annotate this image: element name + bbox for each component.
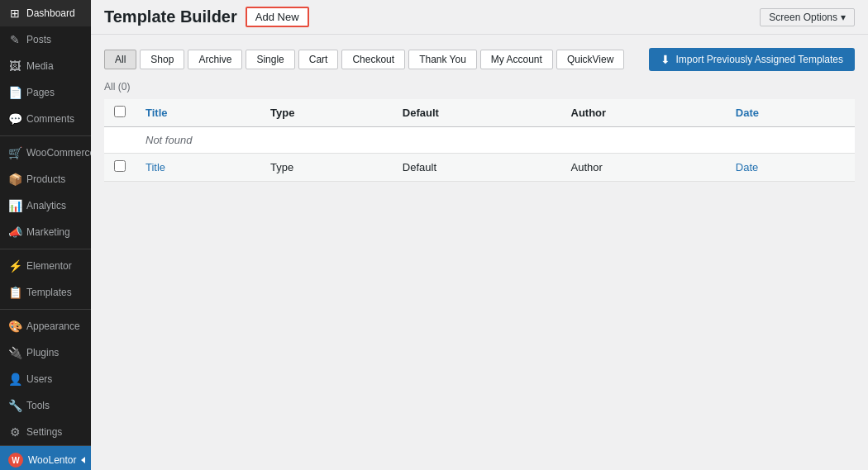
sidebar-item-users[interactable]: 👤 Users xyxy=(0,366,91,392)
filter-tab-all[interactable]: All xyxy=(104,50,136,69)
topbar-left: Template Builder Add New xyxy=(104,7,309,27)
filter-row: All Shop Archive Single Cart Checkout Th… xyxy=(104,48,855,71)
analytics-icon: 📊 xyxy=(8,199,21,212)
table-header-row: Title Type Default Author Date xyxy=(104,99,855,127)
header-default: Default xyxy=(393,99,561,127)
products-icon: 📦 xyxy=(8,173,21,186)
add-new-button[interactable]: Add New xyxy=(246,7,309,27)
header-checkbox-col xyxy=(104,99,136,127)
users-icon: 👤 xyxy=(8,373,21,386)
sidebar-item-products[interactable]: 📦 Products xyxy=(0,166,91,192)
elementor-icon: ⚡ xyxy=(8,259,21,273)
header-author: Author xyxy=(561,99,726,127)
template-table: Title Type Default Author Date Not found xyxy=(104,99,855,182)
footer-title[interactable]: Title xyxy=(136,154,260,182)
count-line: All (0) xyxy=(104,81,855,93)
divider-1 xyxy=(0,135,91,136)
table-footer-row: Title Type Default Author Date xyxy=(104,154,855,182)
filter-tab-cart[interactable]: Cart xyxy=(298,50,339,69)
footer-type: Type xyxy=(260,154,393,182)
filter-tab-checkout[interactable]: Checkout xyxy=(341,50,405,69)
sidebar-item-analytics[interactable]: 📊 Analytics xyxy=(0,192,91,219)
filter-tabs: All Shop Archive Single Cart Checkout Th… xyxy=(104,50,624,69)
filter-tab-archive[interactable]: Archive xyxy=(188,50,242,69)
woolentor-label: WooLentor xyxy=(28,454,76,466)
pages-icon: 📄 xyxy=(8,86,21,99)
settings-icon: ⚙ xyxy=(8,425,21,439)
sidebar-item-marketing[interactable]: 📣 Marketing xyxy=(0,219,91,245)
header-date[interactable]: Date xyxy=(726,99,855,127)
main-content: Template Builder Add New Screen Options … xyxy=(91,0,868,470)
page-title: Template Builder xyxy=(104,7,237,26)
sidebar-item-comments[interactable]: 💬 Comments xyxy=(0,106,91,132)
screen-options-label: Screen Options xyxy=(769,12,837,23)
filter-tab-shop[interactable]: Shop xyxy=(140,50,184,69)
header-title[interactable]: Title xyxy=(136,99,260,127)
count-value: 0 xyxy=(122,81,127,93)
sidebar-item-plugins[interactable]: 🔌 Plugins xyxy=(0,339,91,366)
media-icon: 🖼 xyxy=(8,59,21,73)
count-label: All xyxy=(104,81,115,93)
footer-select-all-checkbox[interactable] xyxy=(114,160,126,172)
filter-tab-single[interactable]: Single xyxy=(246,50,294,69)
import-icon: ⬇ xyxy=(661,53,670,66)
footer-date[interactable]: Date xyxy=(726,154,855,182)
woolentor-arrow-icon xyxy=(81,457,85,463)
filter-tab-thank-you[interactable]: Thank You xyxy=(408,50,477,69)
filter-tab-quickview[interactable]: QuickView xyxy=(556,50,624,69)
woolentor-logo: W xyxy=(8,453,23,468)
sidebar-item-media[interactable]: 🖼 Media xyxy=(0,53,91,79)
sidebar-item-appearance[interactable]: 🎨 Appearance xyxy=(0,313,91,339)
woolentor-header[interactable]: W WooLentor xyxy=(0,446,91,470)
select-all-checkbox[interactable] xyxy=(114,106,126,117)
tools-icon: 🔧 xyxy=(8,399,21,412)
header-type: Type xyxy=(260,99,393,127)
filter-tab-my-account[interactable]: My Account xyxy=(480,50,553,69)
footer-checkbox-col xyxy=(104,154,136,182)
footer-author: Author xyxy=(561,154,726,182)
sidebar-item-settings[interactable]: ⚙ Settings xyxy=(0,419,91,445)
sidebar-item-elementor[interactable]: ⚡ Elementor xyxy=(0,253,91,279)
table-row-not-found: Not found xyxy=(104,127,855,154)
sidebar-item-woocommerce[interactable]: 🛒 WooCommerce xyxy=(0,140,91,166)
marketing-icon: 📣 xyxy=(8,226,21,239)
screen-options-button[interactable]: Screen Options ▾ xyxy=(760,8,855,26)
plugins-icon: 🔌 xyxy=(8,346,21,359)
templates-icon: 📋 xyxy=(8,286,21,299)
sidebar-item-posts[interactable]: ✎ Posts xyxy=(0,26,91,53)
dashboard-icon: ⊞ xyxy=(8,7,21,20)
import-button[interactable]: ⬇ Import Previously Assigned Templates xyxy=(649,48,855,71)
divider-2 xyxy=(0,249,91,249)
appearance-icon: 🎨 xyxy=(8,320,21,333)
import-label: Import Previously Assigned Templates xyxy=(675,54,843,65)
sidebar: ⊞ Dashboard ✎ Posts 🖼 Media 📄 Pages 💬 Co… xyxy=(0,0,91,470)
footer-default: Default xyxy=(393,154,561,182)
comments-icon: 💬 xyxy=(8,112,21,126)
screen-options-arrow-icon: ▾ xyxy=(841,12,846,23)
sidebar-item-dashboard[interactable]: ⊞ Dashboard xyxy=(0,0,91,26)
posts-icon: ✎ xyxy=(8,33,21,46)
content-area: All Shop Archive Single Cart Checkout Th… xyxy=(91,35,868,470)
not-found-label: Not found xyxy=(136,127,855,154)
woolentor-section: W WooLentor Settings Template Builder Te… xyxy=(0,445,91,470)
sidebar-item-tools[interactable]: 🔧 Tools xyxy=(0,392,91,419)
sidebar-item-pages[interactable]: 📄 Pages xyxy=(0,79,91,106)
woocommerce-icon: 🛒 xyxy=(8,146,21,159)
divider-3 xyxy=(0,309,91,310)
sidebar-item-templates[interactable]: 📋 Templates xyxy=(0,279,91,306)
not-found-cb xyxy=(104,127,136,154)
topbar: Template Builder Add New Screen Options … xyxy=(91,0,868,35)
